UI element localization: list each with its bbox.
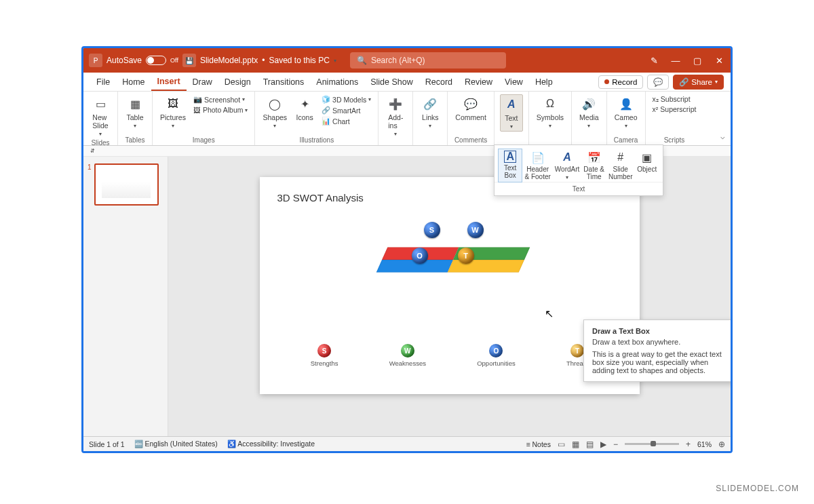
slide-title: 3D SWOT Analysis <box>277 192 364 203</box>
record-button[interactable]: Record <box>598 75 643 89</box>
notes-button[interactable]: ≡ Notes <box>526 440 550 448</box>
screenshot-button[interactable]: 📷 Screenshot ▾ <box>192 94 250 104</box>
autosave-toggle[interactable]: AutoSave Off <box>106 56 178 65</box>
addins-button[interactable]: ➕Add- ins▾ <box>384 94 407 138</box>
file-name: SlideModel.pptx <box>200 56 258 65</box>
menu-view[interactable]: View <box>499 73 529 91</box>
swot-legend: SStrengths WWeaknesses OOpportunities TT… <box>260 344 640 367</box>
zoom-out-button[interactable]: − <box>613 440 618 449</box>
slide-thumbnail-1[interactable]: 1 <box>88 163 163 206</box>
chart-button[interactable]: 📊 Chart <box>320 116 372 126</box>
watermark: SLIDEMODEL.COM <box>716 484 799 493</box>
pen-icon[interactable]: ✎ <box>648 56 660 66</box>
fit-window-icon[interactable]: ⊕ <box>718 440 725 449</box>
legend-opportunities: OOpportunities <box>477 344 516 367</box>
datetime-icon: 📅 <box>587 151 601 164</box>
datetime-button[interactable]: 📅Date & Time <box>582 149 606 182</box>
icons-button[interactable]: ✦Icons <box>293 94 316 123</box>
autosave-state: Off <box>170 57 178 64</box>
media-button[interactable]: 🔊Media▾ <box>577 94 601 130</box>
search-input[interactable] <box>371 56 499 65</box>
menu-insert[interactable]: Insert <box>151 73 187 91</box>
tooltip-line2: This is a great way to get the exact tex… <box>592 350 731 374</box>
table-button[interactable]: ▦Table▾ <box>123 94 147 130</box>
comment-icon: 💬 <box>462 96 480 112</box>
group-comments: 💬CommentComments <box>448 92 495 145</box>
superscript-button[interactable]: x² Superscript <box>651 104 698 114</box>
ball-t: T <box>458 248 474 264</box>
symbols-button[interactable]: ΩSymbols▾ <box>535 94 566 130</box>
pictures-button[interactable]: 🖼Pictures▾ <box>158 94 188 130</box>
group-slides: ▭New Slide▾ Slides <box>83 92 118 145</box>
menu-file[interactable]: File <box>90 73 116 91</box>
links-button[interactable]: 🔗Links▾ <box>419 94 442 130</box>
app-window: P AutoSave Off 💾 SlideModel.pptx • Saved… <box>81 46 733 453</box>
view-sorter-icon[interactable]: ▦ <box>572 440 579 449</box>
record-dot-icon <box>604 79 609 84</box>
comment-button[interactable]: 💬Comment <box>453 94 488 123</box>
menu-transitions[interactable]: Transitions <box>257 73 311 91</box>
3dmodels-button[interactable]: 🧊 3D Models ▾ <box>320 94 372 104</box>
comments-button[interactable]: 💬 <box>647 75 669 90</box>
header-footer-icon: 📄 <box>531 151 545 164</box>
photo-album-button[interactable]: 🖼 Photo Album ▾ <box>192 105 250 115</box>
status-lang[interactable]: 🔤 English (United States) <box>134 440 218 448</box>
view-reading-icon[interactable]: ▤ <box>586 440 594 449</box>
menu-animations[interactable]: Animations <box>310 73 364 91</box>
saved-state[interactable]: Saved to this PC <box>269 56 329 65</box>
zoom-level[interactable]: 61% <box>697 440 712 448</box>
menu-design[interactable]: Design <box>218 73 257 91</box>
autosave-label: AutoSave <box>106 56 142 65</box>
group-symbols: ΩSymbols▾ <box>529 92 572 145</box>
object-icon: ▣ <box>642 151 652 164</box>
slide-canvas[interactable]: ↖ 3D SWOT Analysis S W O T SStrengths WW… <box>168 157 731 436</box>
textbox-button[interactable]: AText Box <box>499 149 522 182</box>
search-box[interactable]: 🔍 <box>350 52 506 69</box>
group-links: 🔗Links▾ <box>413 92 448 145</box>
text-button[interactable]: AText▾ <box>500 94 523 132</box>
menu-draw[interactable]: Draw <box>187 73 218 91</box>
view-slideshow-icon[interactable]: ▶ <box>600 440 606 449</box>
save-icon[interactable]: 💾 <box>182 54 196 67</box>
thumbnail-panel[interactable]: 1 <box>83 157 168 436</box>
object-button[interactable]: ▣Object <box>636 149 659 182</box>
status-accessibility[interactable]: ♿ Accessibility: Investigate <box>227 440 315 448</box>
minimize-button[interactable]: — <box>670 56 682 66</box>
subscript-button[interactable]: x₂ Subscript <box>651 94 698 104</box>
maximize-button[interactable]: ▢ <box>691 56 703 66</box>
zoom-slider[interactable] <box>625 443 679 445</box>
thumb-number: 1 <box>88 163 92 206</box>
symbols-icon: Ω <box>541 96 559 112</box>
view-normal-icon[interactable]: ▭ <box>558 440 565 449</box>
collapse-ribbon-icon[interactable]: ⌵ <box>720 132 725 141</box>
chevron-down-icon[interactable]: ▾ <box>334 58 336 64</box>
smartart-button[interactable]: 🔗 SmartArt <box>320 105 372 115</box>
new-slide-button[interactable]: ▭New Slide▾ <box>89 94 112 138</box>
wordart-button[interactable]: AWordArt▾ <box>554 149 581 182</box>
slidenumber-button[interactable]: #Slide Number <box>607 149 634 182</box>
cameo-button[interactable]: 👤Cameo▾ <box>613 94 640 130</box>
header-footer-button[interactable]: 📄Header & Footer <box>523 149 551 182</box>
menu-help[interactable]: Help <box>529 73 559 91</box>
ball-s: S <box>424 222 440 238</box>
slide[interactable]: 3D SWOT Analysis S W O T SStrengths WWea… <box>260 177 640 394</box>
tooltip: Draw a Text Box Draw a text box anywhere… <box>583 319 731 382</box>
group-addins: ➕Add- ins▾ <box>379 92 413 145</box>
shapes-button[interactable]: ◯Shapes▾ <box>260 94 289 130</box>
menu-bar: File Home Insert Draw Design Transitions… <box>83 73 731 92</box>
flyout-group-label: Text <box>495 182 663 195</box>
zoom-in-button[interactable]: + <box>686 440 691 449</box>
menu-record[interactable]: Record <box>419 73 459 91</box>
share-button[interactable]: 🔗 Share ▾ <box>673 75 724 90</box>
ribbon: ▭New Slide▾ Slides ▦Table▾ Tables 🖼Pictu… <box>83 92 731 146</box>
new-slide-icon: ▭ <box>92 96 109 112</box>
cursor-icon: ↖ <box>545 307 554 320</box>
ball-o: O <box>412 248 428 264</box>
shapes-icon: ◯ <box>266 96 284 112</box>
close-button[interactable]: ✕ <box>713 56 725 66</box>
menu-review[interactable]: Review <box>459 73 499 91</box>
menu-home[interactable]: Home <box>116 73 151 91</box>
status-slide[interactable]: Slide 1 of 1 <box>89 440 125 448</box>
menu-slideshow[interactable]: Slide Show <box>364 73 419 91</box>
qat-chevron-icon[interactable]: ⇵ <box>90 148 95 154</box>
